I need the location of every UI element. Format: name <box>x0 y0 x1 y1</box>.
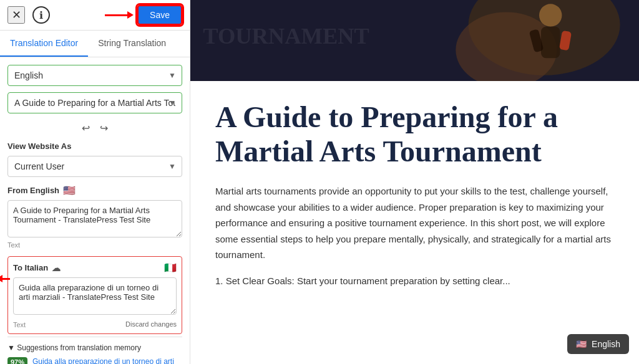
from-label: From English 🇺🇸 <box>7 184 76 196</box>
from-header: From English 🇺🇸 <box>7 184 182 196</box>
language-badge[interactable]: 🇺🇸 English <box>567 334 629 354</box>
suggestion-score: 97% <box>7 357 27 364</box>
save-button[interactable]: Save <box>137 5 182 25</box>
to-footer: Text Discard changes <box>13 320 177 328</box>
to-textarea[interactable] <box>13 277 177 315</box>
suggestion-text[interactable]: Guida alla preparazione di un torneo di … <box>32 357 182 364</box>
language-select[interactable]: English Italian Spanish <box>7 65 182 86</box>
preview-image-placeholder: TOURNAMENT <box>190 0 639 81</box>
preview-content: A Guide to Preparing for a Martial Arts … <box>190 81 639 314</box>
svg-text:TOURNAMENT: TOURNAMENT <box>203 24 369 49</box>
preview-body: Martial arts tournaments provide an oppo… <box>215 183 614 263</box>
undo-redo-bar: ↩ ↪ <box>7 120 182 139</box>
suggestions-toggle[interactable]: ▼ Suggestions from translation memory <box>7 343 182 352</box>
from-flag: 🇺🇸 <box>63 184 76 196</box>
tabs: Translation Editor String Translation <box>0 31 190 57</box>
view-as-section: View Website As Current User Guest ▼ <box>7 141 182 177</box>
to-section-container: To Italian ☁ 🇮🇹 Text Discard changes <box>7 256 182 334</box>
from-section: From English 🇺🇸 Text <box>7 184 182 249</box>
svg-rect-4 <box>541 27 560 59</box>
view-as-select[interactable]: Current User Guest <box>7 156 182 177</box>
preview-title: A Guide to Preparing for a Martial Arts … <box>215 100 614 168</box>
view-as-label: View Website As <box>7 141 182 151</box>
badge-flag: 🇺🇸 <box>576 339 587 349</box>
to-label-text: To Italian <box>13 263 48 272</box>
right-panel: TOURNAMENT A Guide to Preparing for a Ma… <box>190 0 639 364</box>
close-button[interactable]: ✕ <box>7 6 25 24</box>
toolbar: ✕ ℹ Save <box>0 0 190 31</box>
suggestions-section: ▼ Suggestions from translation memory 97… <box>7 337 182 364</box>
to-flag: 🇮🇹 <box>164 262 177 274</box>
from-label-text: From English <box>7 186 59 195</box>
left-panel: ✕ ℹ Save Translation Editor String Trans… <box>0 0 190 364</box>
to-label: To Italian ☁ <box>13 263 61 273</box>
cloud-icon[interactable]: ☁ <box>52 263 61 273</box>
undo-button[interactable]: ↩ <box>82 122 90 134</box>
suggestion-item: 97% Guida alla preparazione di un torneo… <box>7 357 182 364</box>
badge-label: English <box>592 339 620 349</box>
svg-point-3 <box>539 4 562 26</box>
from-textarea[interactable] <box>7 200 182 237</box>
preview-hero-image: TOURNAMENT <box>190 0 639 81</box>
preview-list-item: 1. Set Clear Goals: Start your tournamen… <box>215 273 614 289</box>
view-as-dropdown-wrapper: Current User Guest ▼ <box>7 156 182 177</box>
red-arrow-indicator <box>0 275 10 282</box>
language-dropdown-wrapper: English Italian Spanish ▼ <box>7 65 182 86</box>
from-textarea-label: Text <box>7 241 182 249</box>
page-select[interactable]: A Guide to Preparing for a Martial Arts … <box>7 92 182 113</box>
page-dropdown-wrapper: A Guide to Preparing for a Martial Arts … <box>7 92 182 113</box>
panel-content: English Italian Spanish ▼ A Guide to Pre… <box>0 57 190 364</box>
to-header: To Italian ☁ 🇮🇹 <box>13 262 177 274</box>
info-button[interactable]: ℹ <box>32 6 50 24</box>
redo-button[interactable]: ↪ <box>100 122 108 134</box>
to-textarea-label: Text <box>13 321 26 328</box>
suggestion-text-block: Guida alla preparazione di un torneo di … <box>32 357 182 364</box>
to-section: To Italian ☁ 🇮🇹 Text Discard changes <box>7 256 182 334</box>
tab-translation-editor[interactable]: Translation Editor <box>0 31 88 57</box>
tab-string-translation[interactable]: String Translation <box>88 31 176 57</box>
discard-button[interactable]: Discard changes <box>125 320 177 328</box>
